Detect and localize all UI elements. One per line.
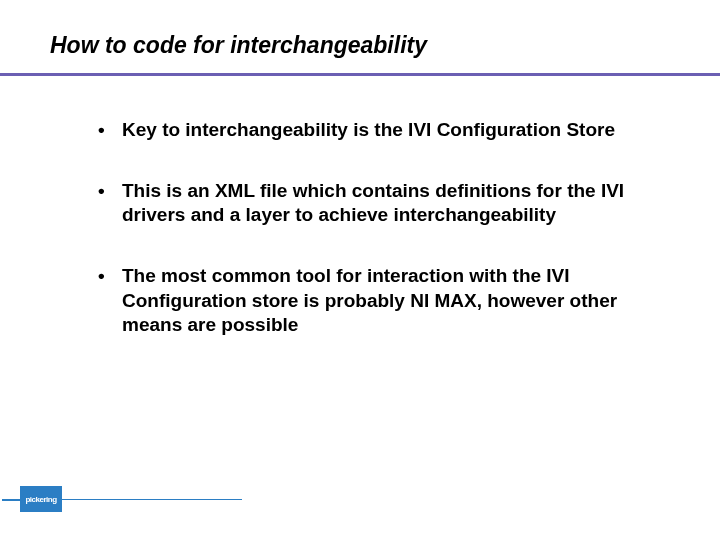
bullet-text: This is an XML file which contains defin… bbox=[122, 179, 640, 228]
footer-logo: pickering bbox=[20, 486, 62, 512]
slide-content: • Key to interchangeability is the IVI C… bbox=[0, 76, 720, 338]
bullet-item: • This is an XML file which contains def… bbox=[98, 179, 640, 228]
bullet-marker: • bbox=[98, 179, 122, 228]
bullet-item: • Key to interchangeability is the IVI C… bbox=[98, 118, 640, 143]
logo-box: pickering bbox=[20, 486, 62, 512]
bullet-marker: • bbox=[98, 264, 122, 338]
logo-line-right bbox=[62, 499, 242, 500]
bullet-item: • The most common tool for interaction w… bbox=[98, 264, 640, 338]
logo-text: pickering bbox=[25, 495, 56, 504]
slide-title: How to code for interchangeability bbox=[0, 0, 720, 69]
logo-line-left bbox=[2, 499, 20, 501]
bullet-marker: • bbox=[98, 118, 122, 143]
bullet-text: Key to interchangeability is the IVI Con… bbox=[122, 118, 640, 143]
bullet-text: The most common tool for interaction wit… bbox=[122, 264, 640, 338]
